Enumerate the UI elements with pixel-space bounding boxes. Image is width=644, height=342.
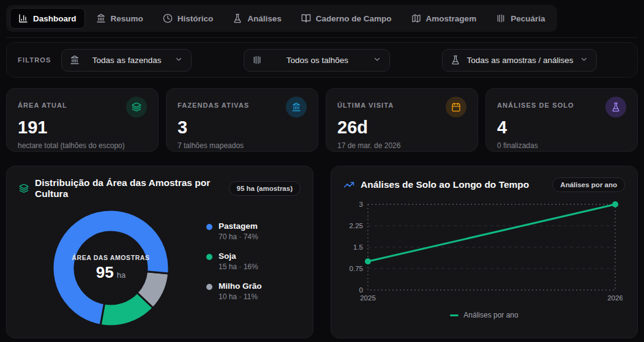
tab-dashboard[interactable]: Dashboard xyxy=(10,8,85,29)
legend-label: Milho Grão xyxy=(219,281,262,291)
stat-card-fazendas-ativas: FAZENDAS ATIVAS 3 7 talhões mapeados xyxy=(166,88,318,152)
legend-dot xyxy=(206,284,212,290)
fence-icon xyxy=(252,55,262,65)
stat-card-ultima-visita: ÚLTIMA VISITA 26d 17 de mar. de 2026 xyxy=(326,88,478,152)
legend-dot xyxy=(206,254,212,260)
tab-historico[interactable]: Histórico xyxy=(154,8,222,29)
landmark-icon xyxy=(70,55,80,65)
tab-resumo[interactable]: Resumo xyxy=(88,8,152,29)
stat-value: 3 xyxy=(178,119,307,136)
stat-card-area-atual: ÁREA ATUAL 191 hectare total (talhões do… xyxy=(6,88,159,152)
clock-icon xyxy=(163,13,173,23)
svg-text:3: 3 xyxy=(359,201,363,208)
book-open-icon xyxy=(301,13,311,23)
chevron-down-icon xyxy=(174,55,183,65)
tab-label: Amostragem xyxy=(426,14,477,23)
svg-text:1.5: 1.5 xyxy=(353,243,363,251)
culture-distribution-card: Distribuição da Área das Amostras por Cu… xyxy=(6,166,313,338)
stat-card-analises-de-solo: ANÁLISES DE SOLO 4 0 finalizadas xyxy=(485,88,638,152)
tab-label: Dashboard xyxy=(33,14,77,23)
flask-icon xyxy=(451,55,460,65)
chart-title: Distribuição da Área das Amostras por Cu… xyxy=(35,177,223,199)
map-icon xyxy=(411,13,421,23)
farm-filter-value: Todas as fazendas xyxy=(80,56,174,65)
stat-value: 26d xyxy=(337,119,466,136)
sample-filter-dropdown[interactable]: Todas as amostras / análises xyxy=(442,49,597,72)
stat-title: ÁREA ATUAL xyxy=(18,102,67,109)
svg-text:2026: 2026 xyxy=(607,294,623,302)
filters-label: FILTROS xyxy=(18,56,51,64)
tab-label: Resumo xyxy=(111,14,143,23)
stat-subtitle: hectare total (talhões do escopo) xyxy=(18,141,147,150)
farm-filter-dropdown[interactable]: Todas as fazendas xyxy=(61,49,192,72)
tab-label: Histórico xyxy=(178,14,214,23)
tab-pecuaria[interactable]: Pecuária xyxy=(487,8,553,29)
tab-label: Análises xyxy=(247,14,282,23)
trending-up-icon xyxy=(343,179,354,190)
svg-text:0.75: 0.75 xyxy=(350,265,363,272)
fence-icon xyxy=(496,13,506,23)
soil-analyses-time-card: Análises de Solo ao Longo do Tempo Análi… xyxy=(331,166,638,338)
donut-center-unit: ha xyxy=(117,270,125,280)
legend-label: Soja xyxy=(219,251,258,261)
analyses-badge: Análises por ano xyxy=(552,177,625,192)
legend-detail: 15 ha · 16% xyxy=(219,262,258,271)
stat-title: FAZENDAS ATIVAS xyxy=(178,102,249,109)
stats-row: ÁREA ATUAL 191 hectare total (talhões do… xyxy=(6,88,638,152)
donut-legend-item: Soja 15 ha · 16% xyxy=(206,251,262,271)
flask-icon xyxy=(233,13,242,23)
stat-subtitle: 0 finalizadas xyxy=(497,141,626,150)
line-chart-legend: Análises por ano xyxy=(343,311,625,319)
legend-dot xyxy=(206,224,212,230)
filters-bar: FILTROS Todas as fazendas Todos os talhõ… xyxy=(6,42,638,78)
stat-subtitle: 17 de mar. de 2026 xyxy=(337,141,466,150)
chevron-down-icon xyxy=(580,55,588,65)
flask-icon xyxy=(605,97,626,117)
legend-label: Análises por ano xyxy=(463,311,518,319)
donut-legend-item: Milho Grão 10 ha · 11% xyxy=(206,281,262,301)
tab-label: Caderno de Campo xyxy=(316,14,392,23)
donut-legend: Pastagem 70 ha · 74% Soja 15 ha · 16% Mi… xyxy=(206,221,262,328)
line-chart-svg: 00.751.52.25320252026 xyxy=(343,198,623,302)
stat-title: ÚLTIMA VISITA xyxy=(337,102,394,109)
tab-label: Pecuária xyxy=(511,14,545,23)
bar-chart-icon xyxy=(18,13,28,23)
line-chart: 00.751.52.25320252026 xyxy=(343,198,625,305)
tab-analises[interactable]: Análises xyxy=(224,8,290,29)
sample-filter-value: Todas as amostras / análises xyxy=(460,56,580,65)
stat-value: 4 xyxy=(497,119,626,136)
legend-detail: 10 ha · 11% xyxy=(219,292,262,301)
plot-filter-value: Todos os talhões xyxy=(262,56,373,65)
charts-row: Distribuição da Área das Amostras por Cu… xyxy=(6,166,638,338)
dashboard-page: Dashboard Resumo Histórico Análises Cade… xyxy=(0,0,644,338)
legend-detail: 70 ha · 74% xyxy=(219,232,258,241)
tab-amostragem[interactable]: Amostragem xyxy=(403,8,485,29)
donut-center-label: ÁREA DAS AMOSTRAS 95 ha xyxy=(51,208,171,328)
area-badge: 95 ha (amostras) xyxy=(229,181,301,196)
layers-icon xyxy=(19,183,29,194)
donut-legend-item: Pastagem 70 ha · 74% xyxy=(206,221,262,241)
nav-tabs: Dashboard Resumo Histórico Análises Cade… xyxy=(6,5,557,32)
landmark-icon xyxy=(96,13,106,23)
calendar-icon xyxy=(446,97,466,117)
legend-label: Pastagem xyxy=(219,221,258,231)
legend-line-marker xyxy=(450,314,459,316)
svg-text:2025: 2025 xyxy=(360,294,376,302)
chart-title: Análises de Solo ao Longo do Tempo xyxy=(361,179,529,190)
svg-text:0: 0 xyxy=(359,286,363,294)
svg-text:2.25: 2.25 xyxy=(350,222,363,229)
stat-subtitle: 7 talhões mapeados xyxy=(178,141,307,150)
chevron-down-icon xyxy=(373,55,381,65)
donut-chart: ÁREA DAS AMOSTRAS 95 ha xyxy=(51,208,171,328)
plot-filter-dropdown[interactable]: Todos os talhões xyxy=(244,49,390,72)
landmark-icon xyxy=(286,97,307,117)
tab-caderno-de-campo[interactable]: Caderno de Campo xyxy=(293,8,400,29)
header: Dashboard Resumo Histórico Análises Cade… xyxy=(6,0,638,38)
layers-icon xyxy=(126,97,147,117)
stat-value: 191 xyxy=(18,119,147,136)
stat-title: ANÁLISES DE SOLO xyxy=(497,102,574,109)
donut-center-value: 95 xyxy=(96,263,114,282)
